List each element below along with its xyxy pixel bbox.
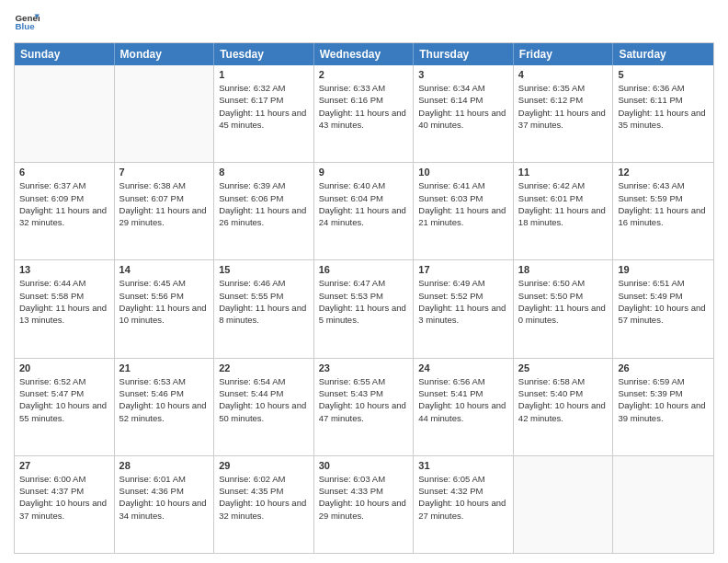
cal-cell: 10Sunrise: 6:41 AMSunset: 6:03 PMDayligh… (414, 163, 514, 259)
calendar: SundayMondayTuesdayWednesdayThursdayFrid… (14, 42, 714, 554)
cal-cell: 24Sunrise: 6:56 AMSunset: 5:41 PMDayligh… (414, 359, 514, 455)
cal-cell: 1Sunrise: 6:32 AMSunset: 6:17 PMDaylight… (214, 65, 314, 162)
cal-cell: 12Sunrise: 6:43 AMSunset: 5:59 PMDayligh… (613, 163, 713, 259)
sunrise-text: Sunrise: 6:55 AM (319, 375, 409, 387)
cal-cell: 23Sunrise: 6:55 AMSunset: 5:43 PMDayligh… (314, 359, 415, 455)
day-number: 18 (518, 264, 609, 275)
header-day-sunday: Sunday (15, 43, 115, 65)
daylight-text: Daylight: 11 hours and 26 minutes. (219, 204, 309, 229)
sunrise-text: Sunrise: 6:39 AM (219, 179, 309, 191)
day-number: 2 (319, 69, 409, 80)
sunset-text: Sunset: 6:16 PM (319, 94, 409, 106)
sunset-text: Sunset: 5:41 PM (418, 387, 508, 399)
daylight-text: Daylight: 10 hours and 42 minutes. (518, 399, 609, 424)
cal-cell: 18Sunrise: 6:50 AMSunset: 5:50 PMDayligh… (514, 260, 614, 357)
daylight-text: Daylight: 10 hours and 29 minutes. (319, 497, 409, 522)
daylight-text: Daylight: 10 hours and 47 minutes. (319, 399, 409, 424)
daylight-text: Daylight: 11 hours and 13 minutes. (19, 302, 109, 327)
day-number: 23 (319, 362, 409, 373)
day-number: 3 (418, 69, 508, 80)
cal-cell: 17Sunrise: 6:49 AMSunset: 5:52 PMDayligh… (414, 260, 514, 357)
day-number: 15 (219, 264, 309, 275)
header-day-monday: Monday (115, 43, 215, 65)
sunrise-text: Sunrise: 6:49 AM (418, 277, 508, 289)
daylight-text: Daylight: 11 hours and 21 minutes. (418, 204, 508, 229)
day-number: 7 (119, 167, 210, 178)
cal-cell: 28Sunrise: 6:01 AMSunset: 4:36 PMDayligh… (115, 456, 215, 553)
daylight-text: Daylight: 10 hours and 55 minutes. (19, 399, 109, 424)
sunrise-text: Sunrise: 6:46 AM (219, 277, 309, 289)
cal-cell: 8Sunrise: 6:39 AMSunset: 6:06 PMDaylight… (214, 163, 314, 259)
day-number: 17 (418, 264, 508, 275)
sunrise-text: Sunrise: 6:03 AM (319, 473, 409, 485)
header-day-thursday: Thursday (414, 43, 514, 65)
cal-cell: 13Sunrise: 6:44 AMSunset: 5:58 PMDayligh… (15, 260, 115, 357)
day-number: 1 (219, 69, 309, 80)
week-row-3: 13Sunrise: 6:44 AMSunset: 5:58 PMDayligh… (15, 259, 713, 357)
daylight-text: Daylight: 10 hours and 52 minutes. (119, 399, 210, 424)
daylight-text: Daylight: 11 hours and 16 minutes. (618, 204, 709, 229)
day-number: 27 (19, 460, 109, 471)
sunrise-text: Sunrise: 6:40 AM (319, 179, 409, 191)
cal-cell: 4Sunrise: 6:35 AMSunset: 6:12 PMDaylight… (514, 65, 614, 162)
sunset-text: Sunset: 5:56 PM (119, 290, 210, 302)
sunset-text: Sunset: 5:40 PM (518, 387, 609, 399)
cal-cell: 11Sunrise: 6:42 AMSunset: 6:01 PMDayligh… (514, 163, 614, 259)
sunrise-text: Sunrise: 6:45 AM (119, 277, 210, 289)
sunset-text: Sunset: 6:11 PM (618, 94, 709, 106)
daylight-text: Daylight: 11 hours and 43 minutes. (319, 107, 409, 132)
sunset-text: Sunset: 5:39 PM (618, 387, 709, 399)
sunrise-text: Sunrise: 6:36 AM (618, 82, 709, 94)
sunrise-text: Sunrise: 6:37 AM (19, 179, 109, 191)
cal-cell: 5Sunrise: 6:36 AMSunset: 6:11 PMDaylight… (613, 65, 713, 162)
daylight-text: Daylight: 11 hours and 29 minutes. (119, 204, 210, 229)
sunset-text: Sunset: 4:32 PM (418, 485, 508, 497)
daylight-text: Daylight: 10 hours and 32 minutes. (219, 497, 309, 522)
week-row-2: 6Sunrise: 6:37 AMSunset: 6:09 PMDaylight… (15, 162, 713, 259)
day-number: 22 (219, 362, 309, 373)
sunset-text: Sunset: 6:17 PM (219, 94, 309, 106)
cal-cell: 7Sunrise: 6:38 AMSunset: 6:07 PMDaylight… (115, 163, 215, 259)
sunset-text: Sunset: 6:09 PM (19, 192, 109, 204)
day-number: 6 (19, 167, 109, 178)
day-number: 10 (418, 167, 508, 178)
sunrise-text: Sunrise: 6:01 AM (119, 473, 210, 485)
daylight-text: Daylight: 11 hours and 3 minutes. (418, 302, 508, 327)
daylight-text: Daylight: 11 hours and 40 minutes. (418, 107, 508, 132)
day-number: 11 (518, 167, 609, 178)
sunrise-text: Sunrise: 6:58 AM (518, 375, 609, 387)
day-number: 8 (219, 167, 309, 178)
header-day-saturday: Saturday (613, 43, 713, 65)
daylight-text: Daylight: 10 hours and 39 minutes. (618, 399, 709, 424)
sunrise-text: Sunrise: 6:38 AM (119, 179, 210, 191)
daylight-text: Daylight: 11 hours and 24 minutes. (319, 204, 409, 229)
cal-cell: 20Sunrise: 6:52 AMSunset: 5:47 PMDayligh… (15, 359, 115, 455)
day-number: 20 (19, 362, 109, 373)
day-number: 21 (119, 362, 210, 373)
sunset-text: Sunset: 4:33 PM (319, 485, 409, 497)
cal-cell: 29Sunrise: 6:02 AMSunset: 4:35 PMDayligh… (214, 456, 314, 553)
day-number: 12 (618, 167, 709, 178)
sunrise-text: Sunrise: 6:56 AM (418, 375, 508, 387)
sunrise-text: Sunrise: 6:41 AM (418, 179, 508, 191)
sunrise-text: Sunrise: 6:02 AM (219, 473, 309, 485)
daylight-text: Daylight: 10 hours and 57 minutes. (618, 302, 709, 327)
header-day-friday: Friday (514, 43, 614, 65)
day-number: 16 (319, 264, 409, 275)
day-number: 9 (319, 167, 409, 178)
cal-cell: 3Sunrise: 6:34 AMSunset: 6:14 PMDaylight… (414, 65, 514, 162)
sunrise-text: Sunrise: 6:44 AM (19, 277, 109, 289)
daylight-text: Daylight: 10 hours and 44 minutes. (418, 399, 508, 424)
cal-cell: 25Sunrise: 6:58 AMSunset: 5:40 PMDayligh… (514, 359, 614, 455)
header-day-tuesday: Tuesday (214, 43, 314, 65)
sunrise-text: Sunrise: 6:47 AM (319, 277, 409, 289)
cal-cell: 9Sunrise: 6:40 AMSunset: 6:04 PMDaylight… (314, 163, 415, 259)
cal-cell: 27Sunrise: 6:00 AMSunset: 4:37 PMDayligh… (15, 456, 115, 553)
daylight-text: Daylight: 11 hours and 18 minutes. (518, 204, 609, 229)
sunrise-text: Sunrise: 6:34 AM (418, 82, 508, 94)
sunset-text: Sunset: 4:35 PM (219, 485, 309, 497)
sunrise-text: Sunrise: 6:32 AM (219, 82, 309, 94)
sunset-text: Sunset: 5:46 PM (119, 387, 210, 399)
sunset-text: Sunset: 5:49 PM (618, 290, 709, 302)
sunset-text: Sunset: 5:44 PM (219, 387, 309, 399)
